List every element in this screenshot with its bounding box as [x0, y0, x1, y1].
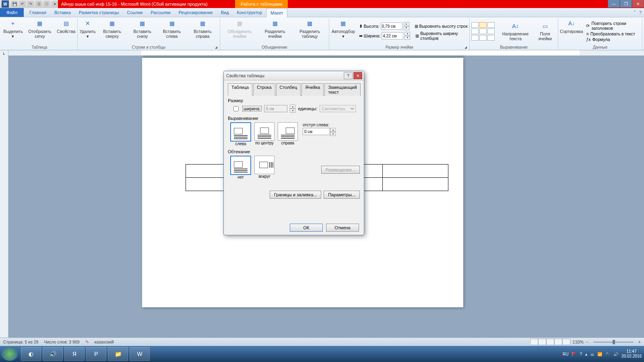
tab-insert[interactable]: Вставка	[50, 8, 75, 17]
dlg-tab-alttext[interactable]: Замещающий текст	[324, 83, 360, 96]
align-bc[interactable]	[479, 35, 487, 41]
tray-wifi-icon[interactable]: 📶	[597, 352, 602, 356]
autofit-button[interactable]: ▦Автоподбор▾	[331, 18, 355, 45]
word-count[interactable]: Число слов: 3 969	[44, 339, 79, 344]
width-checkbox[interactable]	[233, 106, 239, 111]
close-button[interactable]: ✕	[632, 0, 644, 8]
placement-button[interactable]: Размещение...	[321, 166, 360, 174]
tray-power-icon[interactable]: 🔌	[605, 352, 610, 356]
text-direction-button[interactable]: A↕Направление текста	[498, 21, 533, 42]
merge-cells-button[interactable]: ▦Объединить ячейки	[222, 18, 258, 39]
wrap-none-option[interactable]: нет	[230, 156, 251, 179]
vertical-ruler[interactable]	[0, 56, 8, 350]
indent-field[interactable]	[303, 128, 330, 135]
language-status[interactable]: казахский	[95, 339, 114, 344]
zoom-slider[interactable]	[593, 341, 634, 343]
dist-cols-button[interactable]: Выровнять ширину столбцов	[420, 31, 468, 41]
tray-lang[interactable]: RU	[563, 352, 568, 356]
align-ml[interactable]	[471, 29, 479, 34]
tab-references[interactable]: Ссылки	[123, 8, 147, 17]
spin-up-icon[interactable]: ▴	[404, 22, 409, 26]
spin-down-icon[interactable]: ▾	[290, 109, 295, 113]
view-gridlines-button[interactable]: ▦Отобразить сетку	[24, 18, 56, 39]
insert-right-button[interactable]: ▦Вставить справа	[187, 18, 218, 39]
insert-below-button[interactable]: ▦Вставить снизу	[128, 18, 157, 39]
view-draft[interactable]	[562, 339, 570, 345]
tray-vol-icon[interactable]: 🔊	[613, 352, 618, 356]
width-field[interactable]	[264, 105, 287, 112]
taskbar-yandex[interactable]: Я	[64, 347, 85, 361]
taskbar-sound[interactable]: 🔊	[43, 347, 63, 361]
ribbon-min-icon[interactable]: ˅	[634, 10, 636, 15]
borders-button[interactable]: Границы и заливка...	[270, 191, 321, 199]
align-br[interactable]	[487, 35, 495, 41]
split-cells-button[interactable]: ▦Разделить ячейки	[258, 18, 291, 39]
maximize-button[interactable]: ❐	[620, 0, 632, 8]
cancel-button[interactable]: Отмена	[326, 224, 359, 232]
insert-above-button[interactable]: ▦Вставить сверху	[97, 18, 128, 39]
dialog-help-button[interactable]: ?	[344, 72, 353, 79]
tab-mailings[interactable]: Рассылки	[147, 8, 174, 17]
width-input[interactable]	[382, 32, 403, 39]
units-select[interactable]: Сантиметры	[320, 105, 356, 112]
cell-margins-button[interactable]: ▭Поля ячейки	[534, 21, 556, 42]
repeat-headers-button[interactable]: ⟳Повторить строки заголовков	[585, 21, 640, 31]
dialog-titlebar[interactable]: Свойства таблицы ? ✕	[224, 71, 364, 80]
qat-icon[interactable]: □	[43, 1, 50, 7]
redo-icon[interactable]: ↷	[27, 1, 34, 7]
file-tab[interactable]: Файл	[0, 8, 24, 17]
spin-down-icon[interactable]: ▾	[404, 26, 409, 30]
tray-clock[interactable]: 11:47 20.02.2016	[621, 349, 642, 359]
taskbar-powerpoint[interactable]: P	[86, 347, 106, 361]
taskbar-explorer[interactable]: 📁	[108, 347, 128, 361]
spin-up-icon[interactable]: ▴	[405, 32, 410, 36]
page-status[interactable]: Страница: 5 из 29	[3, 339, 38, 344]
tab-review[interactable]: Рецензирование	[175, 8, 217, 17]
start-button[interactable]	[2, 347, 18, 361]
height-input[interactable]	[381, 23, 402, 30]
help-icon[interactable]: ?	[639, 10, 642, 15]
zoom-in-icon[interactable]: +	[638, 339, 641, 344]
align-tr[interactable]	[487, 22, 495, 28]
dialog-close-button[interactable]: ✕	[353, 72, 362, 79]
view-web[interactable]	[546, 339, 554, 345]
tray-flag-icon[interactable]: 🚩	[572, 352, 576, 356]
wrap-around-option[interactable]: вокруг	[254, 156, 275, 179]
formula-button[interactable]: ƒxФормула	[585, 37, 640, 42]
dlg-tab-table[interactable]: Таблица	[228, 83, 252, 96]
view-fullscreen[interactable]	[538, 339, 546, 345]
align-mr[interactable]	[487, 29, 495, 34]
spin-up-icon[interactable]: ▴	[330, 128, 336, 132]
tab-layout[interactable]: Макет	[266, 8, 287, 18]
zoom-out-icon[interactable]: −	[586, 339, 588, 344]
proofing-icon[interactable]: ✎	[85, 339, 89, 344]
align-tl[interactable]	[471, 22, 479, 28]
ok-button[interactable]: ОК	[290, 224, 323, 232]
align-left-option[interactable]: слева	[230, 122, 251, 146]
sort-button[interactable]: A↓Сортировка	[560, 18, 583, 45]
tab-view[interactable]: Вид	[217, 8, 233, 17]
select-button[interactable]: ⌖Выделить▾	[3, 18, 23, 39]
spin-down-icon[interactable]: ▾	[405, 36, 410, 40]
insert-left-button[interactable]: ▦Вставить слева	[157, 18, 186, 39]
delete-button[interactable]: ✕Удалить▾	[79, 18, 96, 39]
tab-home[interactable]: Главная	[25, 8, 50, 17]
qat-more-icon[interactable]: ▾	[52, 1, 58, 7]
convert-text-button[interactable]: ≡Преобразовать в текст	[585, 31, 640, 37]
launcher-icon[interactable]: ◢	[464, 45, 468, 49]
tray-up-icon[interactable]: ▴	[585, 352, 587, 356]
dlg-tab-row[interactable]: Строка	[253, 83, 275, 96]
align-center-option[interactable]: по центру	[254, 122, 275, 146]
tab-pagelayout[interactable]: Разметка страницы	[75, 8, 123, 17]
undo-icon[interactable]: ↶	[19, 1, 26, 7]
taskbar-word[interactable]: W	[130, 347, 150, 361]
qat-icon[interactable]: ⎙	[35, 1, 42, 7]
tray-help-icon[interactable]: ?	[580, 352, 582, 356]
spin-down-icon[interactable]: ▾	[330, 132, 336, 136]
taskbar-chrome[interactable]: ◐	[21, 347, 41, 361]
save-icon[interactable]: 💾	[11, 1, 18, 7]
zoom-value[interactable]: 110%	[573, 339, 584, 344]
split-table-button[interactable]: ▦Разделить таблицу	[292, 18, 327, 39]
align-tc[interactable]	[479, 22, 487, 28]
params-button[interactable]: Параметры...	[324, 191, 360, 199]
